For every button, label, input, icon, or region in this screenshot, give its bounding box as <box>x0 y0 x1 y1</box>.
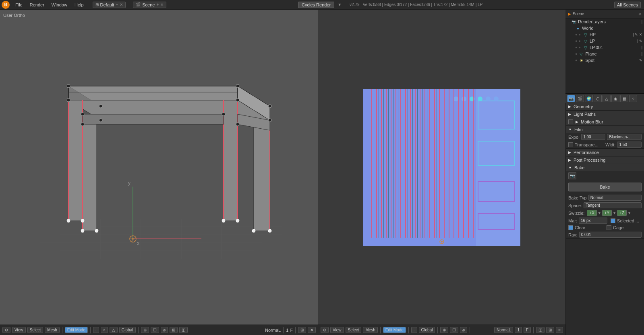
width-input[interactable]: 1.50 <box>617 142 642 148</box>
cage-checkbox[interactable] <box>607 225 611 230</box>
outliner-options[interactable]: ⊕ <box>638 12 642 16</box>
mesh-menu-btn[interactable]: Mesh <box>363 327 377 333</box>
swizzle-y-btn[interactable]: +Y <box>602 210 612 216</box>
lock-hp[interactable]: ● <box>578 33 580 37</box>
visibility-lp001[interactable]: ● <box>575 45 577 49</box>
selected-checkbox[interactable] <box>611 218 615 223</box>
snap-btn[interactable]: · <box>411 327 417 333</box>
3d-viewport[interactable]: User Ortho <box>0 10 318 335</box>
svg-point-107 <box>441 241 443 243</box>
motion-blur-header[interactable]: ▶ Motion Blur <box>566 118 644 125</box>
clear-checkbox[interactable] <box>568 225 573 230</box>
zoom-fit[interactable]: ⊞ <box>546 327 554 333</box>
particle-icon-btn[interactable]: ⁘ <box>629 95 637 102</box>
outliner-item-spot[interactable]: ● ☀ Spot ✎ <box>565 57 644 64</box>
global-snap2[interactable]: ○ <box>101 327 108 333</box>
post-processing-header[interactable]: ▶ Post Processing <box>566 156 644 164</box>
geometry-header[interactable]: ▶ Geometry <box>566 103 644 110</box>
global-mesh-btn[interactable]: Mesh <box>45 327 59 333</box>
global-lasso[interactable]: ⌀ <box>161 327 168 333</box>
mar-input[interactable]: 16 px <box>579 218 607 224</box>
lasso-tool[interactable]: ⌀ <box>460 327 467 333</box>
layout-x[interactable]: ✕ <box>120 2 123 7</box>
menu-help[interactable]: Help <box>71 2 87 8</box>
blackman-selector[interactable]: Blackman-... <box>607 134 642 140</box>
cursor-tool[interactable]: ⊕ <box>440 327 448 333</box>
texture-icon-btn[interactable]: ▦ <box>620 95 628 102</box>
layout-selector[interactable]: ⊞ Default + ✕ <box>93 2 126 8</box>
outliner-item-plane[interactable]: ● ▽ Plane | <box>565 51 644 57</box>
performance-header[interactable]: ▶ Performance <box>566 149 644 156</box>
global-extras1[interactable]: ⊞ <box>170 327 178 333</box>
light-paths-header[interactable]: ▶ Light Paths <box>566 111 644 118</box>
visibility-plane[interactable]: ● <box>575 52 577 56</box>
ray-input[interactable]: 0.001 <box>579 232 642 238</box>
select-menu-btn[interactable]: Select <box>346 327 362 333</box>
bake-header[interactable]: ▼ Bake <box>566 164 644 171</box>
select-tool[interactable]: ☐ <box>450 327 458 333</box>
global-snap3[interactable]: △ <box>110 327 118 333</box>
visibility-lp[interactable]: ● <box>575 39 577 43</box>
all-scenes-selector[interactable]: All Scenes <box>614 2 641 8</box>
outliner-item-renderlayers[interactable]: 📷 RenderLayers | <box>565 18 644 25</box>
global-cursor[interactable]: ⊕ <box>141 327 149 333</box>
outliner-item-lp001[interactable]: ● ● ▽ LP.001 | <box>565 44 644 51</box>
space-selector[interactable]: Tangent <box>584 202 642 208</box>
extra-options[interactable]: ≡ <box>556 327 563 333</box>
lock-lp[interactable]: ● <box>578 39 580 43</box>
outliner-item-hp[interactable]: ● ● ▽ HP | ✎ ✕ <box>565 31 644 38</box>
scene-x[interactable]: ✕ <box>160 2 164 7</box>
global-mode-icon[interactable]: ⊙ <box>2 327 10 333</box>
data-icon-btn[interactable]: △ <box>603 95 611 102</box>
transparent-checkbox[interactable] <box>568 142 573 147</box>
swizzle-x-btn[interactable]: +X <box>587 210 597 216</box>
view-menu-btn[interactable]: View <box>330 327 344 333</box>
geometry-label: Geometry <box>574 104 593 109</box>
global-snap1[interactable]: · <box>93 327 99 333</box>
lp-label: LP <box>590 39 595 43</box>
scene-expand[interactable]: + <box>156 2 159 7</box>
material-icon-btn[interactable]: ◉ <box>611 95 619 102</box>
edit-mode-btn[interactable]: Edit Mode <box>383 327 406 333</box>
svg-point-36 <box>268 105 271 108</box>
render-icon-btn[interactable]: 📷 <box>567 95 575 102</box>
menu-render[interactable]: Render <box>27 2 48 8</box>
outliner-item-world[interactable]: ● World <box>565 25 644 31</box>
lock-lp001[interactable]: ● <box>578 45 580 49</box>
layout-plus[interactable]: + <box>116 2 118 7</box>
world-icon-btn[interactable]: 🌍 <box>585 95 593 102</box>
global-editmode-btn[interactable]: Edit Mode <box>65 327 88 333</box>
global-transform-selector[interactable]: Global <box>119 327 136 333</box>
global-view-btn[interactable]: View <box>12 327 26 333</box>
mode-icon-btn[interactable]: ⊙ <box>321 327 329 333</box>
main-content: User Ortho <box>0 10 644 335</box>
render-type-btn[interactable]: NormaL <box>494 327 514 333</box>
menu-file[interactable]: File <box>12 2 26 8</box>
image-editor[interactable] <box>318 10 565 325</box>
svg-rect-71 <box>429 89 430 238</box>
cycles-render-selector[interactable]: Cycles Render <box>298 2 334 8</box>
swizzle-z-btn[interactable]: +Z <box>617 210 627 216</box>
global-border-select[interactable]: ☐ <box>151 327 159 333</box>
visibility-hp[interactable]: ● <box>575 33 577 37</box>
frame-num[interactable]: 1 <box>515 327 522 333</box>
performance-label: Performance <box>574 150 599 155</box>
plane-options: | <box>642 52 642 56</box>
outliner-item-lp[interactable]: ● ● ▽ LP | ✎ <box>565 38 644 44</box>
visibility-spot[interactable]: ● <box>575 58 577 62</box>
expo-input[interactable]: 1.00 <box>581 134 605 140</box>
scene-icon-btn[interactable]: 🎬 <box>576 95 584 102</box>
bake-type-selector[interactable]: Normal <box>588 195 642 201</box>
global-icon1[interactable]: ⊞ <box>298 327 306 333</box>
film-header[interactable]: ▼ Film <box>566 126 644 133</box>
global-select-btn[interactable]: Select <box>27 327 43 333</box>
menu-window[interactable]: Window <box>48 2 70 8</box>
global-icon2[interactable]: ✕ <box>308 327 316 333</box>
scene-selector[interactable]: 🎬 Scene + ✕ <box>133 2 166 8</box>
global-extras2[interactable]: ◫ <box>179 327 188 333</box>
bake-button[interactable]: Bake <box>568 183 642 191</box>
view-icon[interactable]: ◫ <box>536 327 545 333</box>
motion-blur-checkbox[interactable] <box>568 119 573 124</box>
transform-selector[interactable]: Global <box>419 327 435 333</box>
object-icon-btn[interactable]: ⬡ <box>594 95 602 102</box>
